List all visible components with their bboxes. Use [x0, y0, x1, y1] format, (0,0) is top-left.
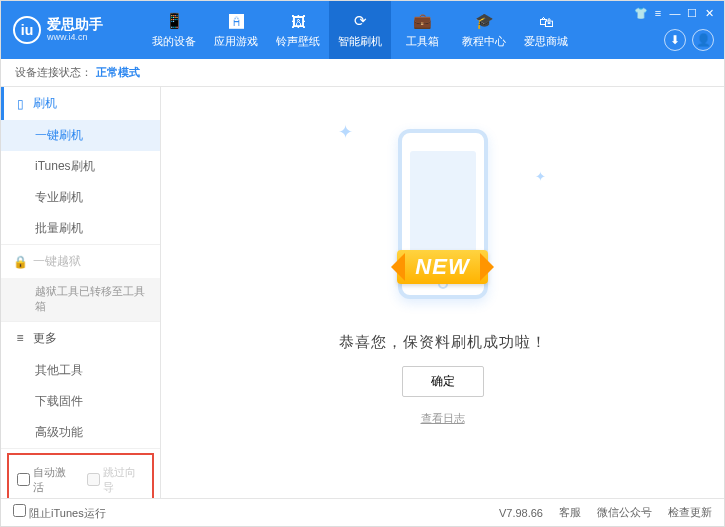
success-illustration: ✦ ✦ NEW: [358, 129, 528, 319]
checkbox-skip-guide[interactable]: 跳过向导: [87, 465, 145, 495]
window-controls: 👕 ≡ — ☐ ✕: [634, 7, 716, 19]
status-label: 设备连接状态：: [15, 65, 92, 80]
app-header: iu 爱思助手 www.i4.cn 📱 我的设备 🅰 应用游戏 🖼 铃声壁纸 ⟳…: [1, 1, 724, 59]
sidebar-item-other-tools[interactable]: 其他工具: [1, 355, 160, 386]
sidebar-group-more[interactable]: ≡ 更多: [1, 322, 160, 355]
auto-activate-checkbox[interactable]: [17, 473, 30, 486]
logo-title: 爱思助手: [47, 17, 103, 32]
skip-guide-checkbox: [87, 473, 100, 486]
options-highlight-box: 自动激活 跳过向导: [7, 453, 154, 498]
sparkle-icon: ✦: [535, 169, 546, 184]
lock-icon: 🔒: [13, 255, 27, 269]
flash-icon: ⟳: [350, 11, 370, 31]
nav-apps-games[interactable]: 🅰 应用游戏: [205, 1, 267, 59]
tutorial-icon: 🎓: [474, 11, 494, 31]
sidebar-item-oneclick-flash[interactable]: 一键刷机: [1, 120, 160, 151]
menu-icon: ≡: [13, 331, 27, 345]
maximize-button[interactable]: ☐: [685, 7, 699, 19]
download-button[interactable]: ⬇: [664, 29, 686, 51]
status-bar: 设备连接状态： 正常模式: [1, 59, 724, 87]
block-itunes-option[interactable]: 阻止iTunes运行: [13, 504, 106, 521]
apps-icon: 🅰: [226, 11, 246, 31]
nav-toolbox[interactable]: 💼 工具箱: [391, 1, 453, 59]
sidebar-item-batch-flash[interactable]: 批量刷机: [1, 213, 160, 244]
phone-icon: ▯: [13, 97, 27, 111]
sidebar-group-flash[interactable]: ▯ 刷机: [1, 87, 160, 120]
store-icon: 🛍: [536, 11, 556, 31]
success-message: 恭喜您，保资料刷机成功啦！: [339, 333, 547, 352]
minimize-button[interactable]: —: [668, 7, 682, 19]
nav-tutorials[interactable]: 🎓 教程中心: [453, 1, 515, 59]
sidebar-item-advanced[interactable]: 高级功能: [1, 417, 160, 448]
toolbox-icon: 💼: [412, 11, 432, 31]
nav-ringtones[interactable]: 🖼 铃声壁纸: [267, 1, 329, 59]
footer-link-support[interactable]: 客服: [559, 505, 581, 520]
new-ribbon: NEW: [397, 250, 487, 284]
block-itunes-checkbox[interactable]: [13, 504, 26, 517]
logo: iu 爱思助手 www.i4.cn: [13, 16, 143, 44]
version-label: V7.98.66: [499, 507, 543, 519]
nav-my-device[interactable]: 📱 我的设备: [143, 1, 205, 59]
footer: 阻止iTunes运行 V7.98.66 客服 微信公众号 检查更新: [1, 498, 724, 526]
footer-link-wechat[interactable]: 微信公众号: [597, 505, 652, 520]
logo-icon: iu: [13, 16, 41, 44]
main-content: ✦ ✦ NEW 恭喜您，保资料刷机成功啦！ 确定 查看日志: [161, 87, 724, 498]
view-log-link[interactable]: 查看日志: [421, 411, 465, 426]
checkbox-auto-activate[interactable]: 自动激活: [17, 465, 75, 495]
user-button[interactable]: 👤: [692, 29, 714, 51]
sidebar-item-download-firmware[interactable]: 下载固件: [1, 386, 160, 417]
menu-button[interactable]: ≡: [651, 7, 665, 19]
skin-button[interactable]: 👕: [634, 7, 648, 19]
main-nav: 📱 我的设备 🅰 应用游戏 🖼 铃声壁纸 ⟳ 智能刷机 💼 工具箱 🎓 教: [143, 1, 577, 59]
sidebar-group-jailbreak: 🔒 一键越狱: [1, 245, 160, 278]
ok-button[interactable]: 确定: [402, 366, 484, 397]
footer-link-update[interactable]: 检查更新: [668, 505, 712, 520]
nav-store[interactable]: 🛍 爱思商城: [515, 1, 577, 59]
sidebar-item-pro-flash[interactable]: 专业刷机: [1, 182, 160, 213]
status-value: 正常模式: [96, 65, 140, 80]
sidebar: ▯ 刷机 一键刷机 iTunes刷机 专业刷机 批量刷机 🔒 一键越狱 越狱工具…: [1, 87, 161, 498]
nav-smart-flash[interactable]: ⟳ 智能刷机: [329, 1, 391, 59]
close-button[interactable]: ✕: [702, 7, 716, 19]
device-icon: 📱: [164, 11, 184, 31]
sidebar-jailbreak-note: 越狱工具已转移至工具箱: [1, 278, 160, 321]
sparkle-icon: ✦: [338, 121, 353, 143]
wallpaper-icon: 🖼: [288, 11, 308, 31]
logo-subtitle: www.i4.cn: [47, 33, 103, 43]
sidebar-item-itunes-flash[interactable]: iTunes刷机: [1, 151, 160, 182]
